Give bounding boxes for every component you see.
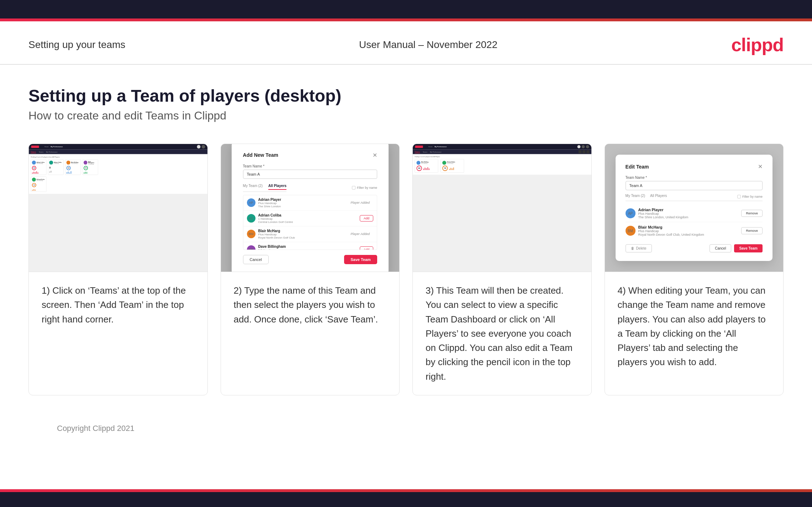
player-row: DB Dave Billingham 5.5 HandicapThe Og Ma… xyxy=(243,242,377,250)
player-avatar: AP xyxy=(626,208,636,218)
edit-footer: 🗑 Delete Cancel Save Team xyxy=(626,244,763,252)
card-1-text: 1) Click on ‘Teams’ at the top of the sc… xyxy=(29,272,207,395)
player-added-badge: Player Added xyxy=(347,200,373,206)
tab-my-team-edit[interactable]: My Team (2) xyxy=(626,194,645,199)
close-icon[interactable]: ✕ xyxy=(758,163,763,170)
add-player-button[interactable]: Add xyxy=(360,215,373,222)
player-name: Adrian Player xyxy=(258,198,281,202)
filter-by-name[interactable]: Filter by name xyxy=(352,186,377,190)
copyright-text: Copyright Clippd 2021 xyxy=(57,424,135,433)
top-bar xyxy=(0,0,812,18)
edit-dialog-title: Edit Team xyxy=(626,164,649,170)
card-2: Add New Team ✕ Team Name * Team A My Tea… xyxy=(221,144,400,395)
player-avatar: BM xyxy=(247,230,255,238)
card-1: Home My Performance Players Teams My Per… xyxy=(28,144,208,395)
bottom-accent xyxy=(0,489,812,507)
add-player-button[interactable]: Add xyxy=(360,246,373,250)
filter-by-name-edit[interactable]: Filter by name xyxy=(737,194,763,199)
edit-player-list: AP Adrian Player Plus HandicapThe Shire … xyxy=(626,205,763,239)
tab-my-team[interactable]: My Team (2) xyxy=(243,184,263,190)
page-title: Setting up a Team of players (desktop) xyxy=(28,86,784,106)
main-content: Setting up a Team of players (desktop) H… xyxy=(0,65,812,454)
add-team-dialog: Add New Team ✕ Team Name * Team A My Tea… xyxy=(232,144,389,272)
player-avatar: AC xyxy=(247,214,255,223)
cancel-button[interactable]: Cancel xyxy=(243,255,269,264)
dialog-title: Add New Team xyxy=(243,152,278,158)
screenshot-4: Edit Team ✕ Team Name * Team A My Team (… xyxy=(605,144,784,272)
header-section-title: Setting up your teams xyxy=(28,39,125,50)
logo: clippd xyxy=(731,34,784,55)
tab-all-players[interactable]: All Players xyxy=(268,184,286,190)
bottom-dark-bar xyxy=(0,492,812,507)
card-2-text: 2) Type the name of this Team and then s… xyxy=(221,272,400,395)
edit-player-row: BM Blair McHarg Plus HandicapRoyal North… xyxy=(626,222,763,239)
player-avatar: DB xyxy=(247,245,255,250)
delete-button[interactable]: 🗑 Delete xyxy=(626,244,652,252)
screenshot-3: Home My Performance Players Teams My Per… xyxy=(413,144,591,272)
close-icon[interactable]: ✕ xyxy=(373,152,377,159)
player-name: Adrian Player xyxy=(638,208,689,212)
cards-row: Home My Performance Players Teams My Per… xyxy=(28,144,784,395)
player-avatar: AP xyxy=(247,198,255,207)
edit-player-row: AP Adrian Player Plus HandicapThe Shire … xyxy=(626,205,763,222)
header-manual-title: User Manual – November 2022 xyxy=(359,39,497,50)
header: Setting up your teams User Manual – Nove… xyxy=(0,21,812,65)
player-row: BM Blair McHarg Plus HandicapRoyal North… xyxy=(243,226,377,242)
player-avatar: BM xyxy=(626,226,636,236)
bottom-accent-bar xyxy=(0,489,812,492)
accent-bar xyxy=(0,18,812,21)
trash-icon: 🗑 xyxy=(631,246,634,250)
player-name: Blair McHarg xyxy=(258,229,295,233)
card-3: Home My Performance Players Teams My Per… xyxy=(412,144,592,395)
remove-player-button[interactable]: Remove xyxy=(741,210,763,217)
save-team-button[interactable]: Save Team xyxy=(734,244,763,252)
edit-team-dialog: Edit Team ✕ Team Name * Team A My Team (… xyxy=(616,155,773,261)
player-name: Adrian Coliba xyxy=(258,213,293,217)
team-name-input[interactable]: Team A xyxy=(626,181,763,190)
card-3-text: 3) This Team will then be created. You c… xyxy=(413,272,591,395)
dialog-footer: Cancel Save Team xyxy=(243,255,377,264)
player-row: AP Adrian Player Plus HandicapThe Shire … xyxy=(243,195,377,211)
team-name-input[interactable]: Team A xyxy=(243,170,377,179)
tab-all-players-edit[interactable]: All Players xyxy=(650,194,667,199)
remove-player-button[interactable]: Remove xyxy=(741,227,763,234)
card-4: Edit Team ✕ Team Name * Team A My Team (… xyxy=(605,144,784,395)
page-subtitle: How to create and edit Teams in Clippd xyxy=(28,109,784,122)
team-name-label: Team Name * xyxy=(243,164,377,168)
player-name: Dave Billingham xyxy=(258,245,288,249)
save-team-button[interactable]: Save Team xyxy=(344,255,377,264)
team-name-label: Team Name * xyxy=(626,176,763,180)
player-row: AC Adrian Coliba 1 HandicapCentral Londo… xyxy=(243,211,377,226)
player-list: AP Adrian Player Plus HandicapThe Shire … xyxy=(243,195,377,250)
player-added-badge: Player Added xyxy=(347,231,373,237)
player-name: Blair McHarg xyxy=(638,225,704,229)
card-4-text: 4) When editing your Team, you can chang… xyxy=(605,272,784,395)
page-footer: Copyright Clippd 2021 xyxy=(28,417,784,440)
screenshot-2: Add New Team ✕ Team Name * Team A My Tea… xyxy=(221,144,400,272)
cancel-button[interactable]: Cancel xyxy=(710,244,731,252)
screenshot-1: Home My Performance Players Teams My Per… xyxy=(29,144,207,272)
